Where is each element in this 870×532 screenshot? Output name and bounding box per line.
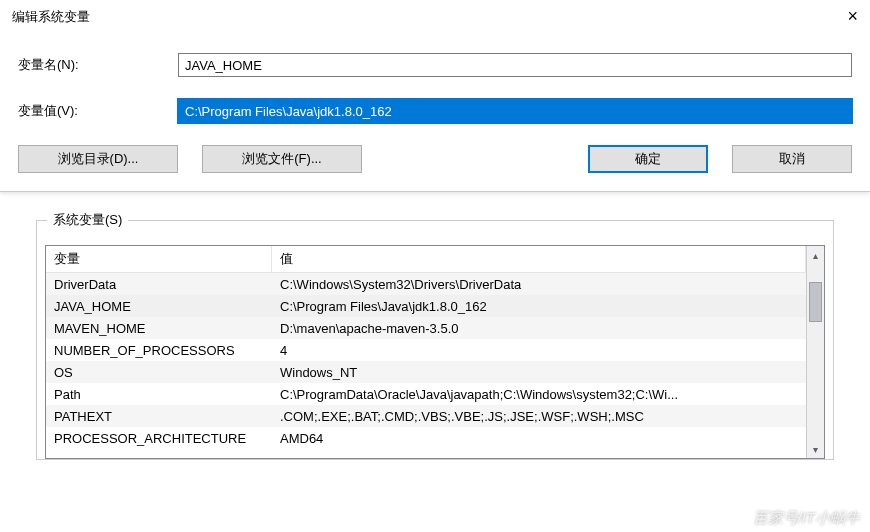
column-header-variable[interactable]: 变量 xyxy=(46,246,272,272)
dialog-title-bar: 编辑系统变量 × xyxy=(0,0,870,33)
system-variables-label: 系统变量(S) xyxy=(47,211,128,229)
browse-directory-button[interactable]: 浏览目录(D)... xyxy=(18,145,178,173)
edit-system-variable-dialog: 编辑系统变量 × 变量名(N): 变量值(V): 浏览目录(D)... 浏览文件… xyxy=(0,0,870,192)
table-row[interactable]: OSWindows_NT xyxy=(46,361,806,383)
cell-variable: JAVA_HOME xyxy=(46,299,272,314)
scroll-down-icon[interactable]: ▾ xyxy=(807,440,824,458)
variable-name-label: 变量名(N): xyxy=(18,56,178,74)
cell-variable: OS xyxy=(46,365,272,380)
cell-variable: Path xyxy=(46,387,272,402)
table-row[interactable]: MAVEN_HOMED:\maven\apache-maven-3.5.0 xyxy=(46,317,806,339)
column-header-value[interactable]: 值 xyxy=(272,246,806,272)
dialog-button-row: 浏览目录(D)... 浏览文件(F)... 确定 取消 xyxy=(0,145,870,173)
variable-name-row: 变量名(N): xyxy=(18,53,852,77)
cell-variable: DriverData xyxy=(46,277,272,292)
cell-value: C:\Program Files\Java\jdk1.8.0_162 xyxy=(272,299,806,314)
vertical-scrollbar[interactable]: ▴ ▾ xyxy=(806,246,824,458)
table-row[interactable]: DriverDataC:\Windows\System32\Drivers\Dr… xyxy=(46,273,806,295)
variable-value-row: 变量值(V): xyxy=(18,99,852,123)
table-row[interactable]: PATHEXT.COM;.EXE;.BAT;.CMD;.VBS;.VBE;.JS… xyxy=(46,405,806,427)
cell-value: C:\ProgramData\Oracle\Java\javapath;C:\W… xyxy=(272,387,806,402)
cell-value: Windows_NT xyxy=(272,365,806,380)
list-header: 变量 值 xyxy=(46,246,806,273)
variable-value-input[interactable] xyxy=(178,99,852,123)
table-row[interactable]: PathC:\ProgramData\Oracle\Java\javapath;… xyxy=(46,383,806,405)
cell-value: D:\maven\apache-maven-3.5.0 xyxy=(272,321,806,336)
table-row[interactable]: JAVA_HOMEC:\Program Files\Java\jdk1.8.0_… xyxy=(46,295,806,317)
dialog-title: 编辑系统变量 xyxy=(12,8,90,26)
cell-value: C:\Windows\System32\Drivers\DriverData xyxy=(272,277,806,292)
cancel-button[interactable]: 取消 xyxy=(732,145,852,173)
system-variables-list[interactable]: 变量 值 DriverDataC:\Windows\System32\Drive… xyxy=(45,245,825,459)
cell-variable: PATHEXT xyxy=(46,409,272,424)
scroll-track[interactable] xyxy=(807,264,824,440)
scroll-thumb[interactable] xyxy=(809,282,822,322)
table-row[interactable]: PROCESSOR_ARCHITECTUREAMD64 xyxy=(46,427,806,449)
cell-variable: MAVEN_HOME xyxy=(46,321,272,336)
cell-value: .COM;.EXE;.BAT;.CMD;.VBS;.VBE;.JS;.JSE;.… xyxy=(272,409,806,424)
variable-name-input[interactable] xyxy=(178,53,852,77)
close-icon[interactable]: × xyxy=(847,6,858,27)
scroll-up-icon[interactable]: ▴ xyxy=(807,246,824,264)
cell-variable: PROCESSOR_ARCHITECTURE xyxy=(46,431,272,446)
cell-value: 4 xyxy=(272,343,806,358)
ok-button[interactable]: 确定 xyxy=(588,145,708,173)
cell-variable: NUMBER_OF_PROCESSORS xyxy=(46,343,272,358)
variable-value-label: 变量值(V): xyxy=(18,102,178,120)
browse-file-button[interactable]: 浏览文件(F)... xyxy=(202,145,362,173)
environment-variables-window: 系统变量(S) 变量 值 DriverDataC:\Windows\System… xyxy=(0,220,870,532)
system-variables-group: 系统变量(S) 变量 值 DriverDataC:\Windows\System… xyxy=(36,220,834,460)
dialog-body: 变量名(N): 变量值(V): xyxy=(0,33,870,123)
cell-value: AMD64 xyxy=(272,431,806,446)
table-row[interactable]: NUMBER_OF_PROCESSORS4 xyxy=(46,339,806,361)
